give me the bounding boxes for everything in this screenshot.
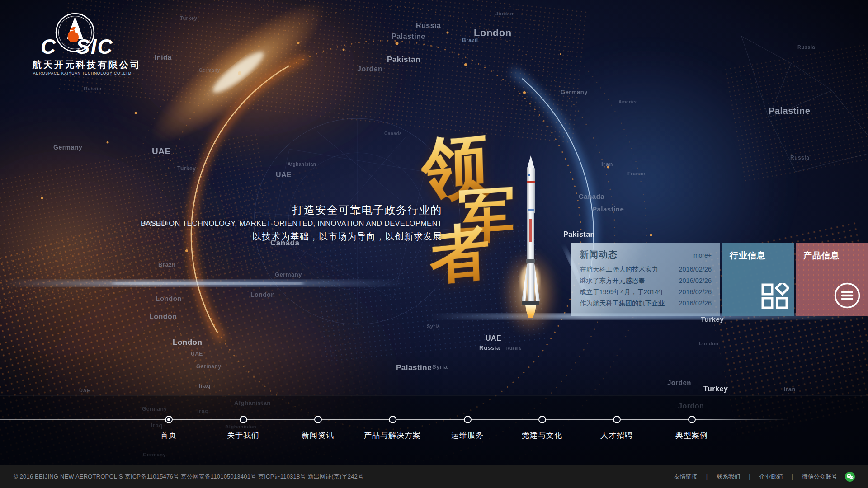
map-label: Jorden xyxy=(357,65,382,73)
map-label: Germany xyxy=(196,363,222,370)
news-panel-title: 新闻动态 xyxy=(580,249,618,261)
hero-tagline: 打造安全可靠电子政务行业的 BASED ON TECHNOLOGY, MARKE… xyxy=(141,203,442,243)
map-label: Jorden xyxy=(667,379,691,386)
map-label: Afghanistan xyxy=(288,162,316,167)
map-label: Canada xyxy=(579,192,604,200)
product-panel[interactable]: 产品信息 xyxy=(796,243,868,316)
map-label: Turkey xyxy=(701,315,724,323)
map-label: Jordan xyxy=(495,11,514,16)
product-panel-title: 产品信息 xyxy=(803,250,840,262)
footer-link[interactable]: 友情链接 xyxy=(670,473,712,481)
industry-panel[interactable]: 行业信息 xyxy=(722,243,794,316)
map-label: Germany xyxy=(561,89,588,95)
page: Russia London Palastine Brazil Jordan Tu… xyxy=(0,0,868,488)
tagline-line3: 以技术为基础，以市场为导向，以创新求发展 xyxy=(141,230,442,243)
footer: © 2016 BEIJING NEW AEROTROPOLIS 京ICP备110… xyxy=(0,465,868,488)
news-item-title: 在航天科工强大的技术实力 xyxy=(580,264,658,275)
map-label: Brazil xyxy=(158,261,175,268)
nav-item[interactable]: 首页 xyxy=(160,416,177,441)
map-label: Iran xyxy=(601,161,613,168)
nav-dot-icon[interactable] xyxy=(613,416,621,423)
nav-item[interactable]: 运维服务 xyxy=(451,416,484,441)
news-item[interactable]: 继承了东方开元感恩奉 2016/02/26 xyxy=(580,275,712,286)
map-label: Russia xyxy=(479,344,500,351)
map-label: France xyxy=(627,171,645,176)
nav-dot-icon[interactable] xyxy=(165,416,173,423)
map-label: Turkey xyxy=(703,385,728,393)
nav-item-label: 产品与解决方案 xyxy=(364,430,421,441)
map-label: London xyxy=(474,27,512,39)
nav-item-label: 运维服务 xyxy=(451,430,484,441)
map-label: Syria xyxy=(427,324,440,329)
map-label: Pakistan xyxy=(387,55,420,64)
nav-dot-icon[interactable] xyxy=(464,416,472,423)
nav-dot-icon[interactable] xyxy=(389,416,396,423)
footer-link[interactable]: 联系我们 xyxy=(712,473,755,481)
map-label: UAE xyxy=(486,334,501,343)
news-list: 在航天科工强大的技术实力 2016/02/26 继承了东方开元感恩奉 2016/… xyxy=(580,264,712,309)
map-label: Turkey xyxy=(177,165,196,172)
map-label: Russia xyxy=(416,22,441,30)
news-item[interactable]: 作为航天科工集团的旗下企业…… 2016/02/26 xyxy=(580,298,712,309)
brand-letter-c: C xyxy=(41,34,56,59)
footer-link[interactable]: 企业邮箱 xyxy=(755,473,797,481)
map-label: Germany xyxy=(275,271,302,278)
nav-item[interactable]: 关于我们 xyxy=(227,416,259,441)
nav-dot-icon[interactable] xyxy=(314,416,322,423)
map-label: Russia xyxy=(797,44,815,50)
news-item[interactable]: 在航天科工强大的技术实力 2016/02/26 xyxy=(580,264,712,275)
map-label: Iran xyxy=(784,386,796,393)
map-label: Iraq xyxy=(199,382,211,389)
nav-item-label: 首页 xyxy=(160,430,177,441)
map-label: UAE xyxy=(79,388,90,393)
map-label: London xyxy=(156,295,182,302)
map-label: Palastine xyxy=(592,205,624,213)
nav-item-label: 人才招聘 xyxy=(600,430,633,441)
map-label: London xyxy=(149,313,177,321)
news-more-link[interactable]: more+ xyxy=(693,252,712,259)
map-label: Turkey xyxy=(180,15,197,21)
company-name-cn: 航天开元科技有限公司 xyxy=(33,59,141,71)
map-label: America xyxy=(618,99,638,104)
map-label: Palastine xyxy=(396,363,432,372)
map-label: UAE xyxy=(276,171,292,179)
nav-dot-icon[interactable] xyxy=(688,416,696,423)
copyright-text: © 2016 BEIJING NEW AEROTROPOLIS 京ICP备110… xyxy=(14,473,363,481)
nav-item[interactable]: 新闻资讯 xyxy=(302,416,334,441)
industry-panel-title: 行业信息 xyxy=(730,250,766,262)
wechat-icon[interactable] xyxy=(844,471,855,482)
nav-item[interactable]: 典型案例 xyxy=(675,416,708,441)
map-label: Germany xyxy=(199,68,220,73)
menu-circle-icon[interactable] xyxy=(834,282,861,309)
news-panel: 新闻动态 more+ 在航天科工强大的技术实力 2016/02/26 继承了东方… xyxy=(571,243,720,316)
nav-dot-icon[interactable] xyxy=(538,416,546,423)
map-label: Russia xyxy=(790,155,809,161)
company-name-en: AEROSPACE KAIYUAN TECHNOLOGY CO.,LTD xyxy=(33,71,132,75)
nav-item[interactable]: 人才招聘 xyxy=(600,416,633,441)
footer-link[interactable]: 微信公众账号 xyxy=(797,473,842,481)
map-label: Palastine xyxy=(769,106,810,116)
map-label: Palastine xyxy=(392,33,425,41)
map-label: Russia xyxy=(84,86,101,91)
map-label: London xyxy=(699,341,718,346)
news-item-date: 2016/02/26 xyxy=(679,264,712,275)
map-label: Canada xyxy=(384,131,402,136)
news-item[interactable]: 成立于1999年4月，于2014年 2016/02/26 xyxy=(580,286,712,298)
map-label: London xyxy=(250,291,275,298)
map-label: Inida xyxy=(155,53,172,61)
bottom-navigation: 首页 关于我们 新闻资讯 产品与解决方案 xyxy=(0,395,868,465)
map-label: UAE xyxy=(152,146,171,156)
nav-item-label: 党建与文化 xyxy=(522,430,562,441)
news-item-title: 成立于1999年4月，于2014年 xyxy=(580,286,665,298)
info-panels: 新闻动态 more+ 在航天科工强大的技术实力 2016/02/26 继承了东方… xyxy=(571,243,868,316)
map-label: Germany xyxy=(53,144,82,151)
brand-letters-sic: SIC xyxy=(76,34,113,59)
nav-item[interactable]: 党建与文化 xyxy=(522,416,562,441)
nav-item[interactable]: 产品与解决方案 xyxy=(364,416,421,441)
map-label: London xyxy=(173,338,202,347)
nav-item-label: 新闻资讯 xyxy=(302,430,334,441)
map-label: Russia xyxy=(506,346,521,351)
nav-dot-icon[interactable] xyxy=(240,416,247,423)
tagline-line1: 打造安全可靠电子政务行业的 xyxy=(141,203,442,217)
logo[interactable]: C SIC 航天开元科技有限公司 AEROSPACE KAIYUAN TECHN… xyxy=(32,8,149,80)
